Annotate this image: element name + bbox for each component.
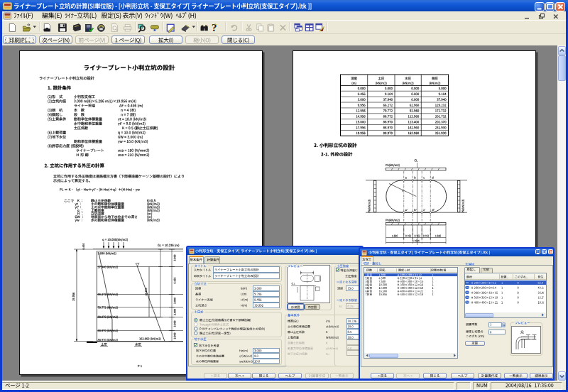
svg-text:?: ? [212, 22, 217, 33]
